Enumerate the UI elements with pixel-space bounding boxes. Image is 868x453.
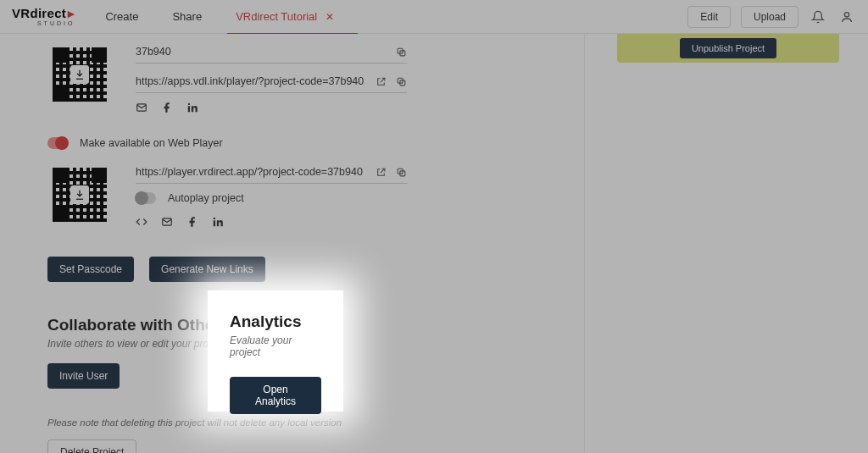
copy-icon[interactable] xyxy=(395,75,407,87)
tab-tutorial[interactable]: VRdirect Tutorial ✕ xyxy=(236,0,334,34)
unpublish-button[interactable]: Unpublish Project xyxy=(680,38,776,58)
web-link-field: https://player.vrdirect.app/?project-cod… xyxy=(136,163,407,184)
tab-create[interactable]: Create xyxy=(105,0,138,34)
bell-icon[interactable] xyxy=(809,8,827,26)
set-passcode-button[interactable]: Set Passcode xyxy=(47,257,134,282)
app-link-value: https://apps.vdl.ink/player/?project-cod… xyxy=(136,75,364,87)
web-player-toggle-row: Make available on Web Player xyxy=(47,137,584,149)
qr-code-app[interactable] xyxy=(47,42,112,107)
user-icon[interactable] xyxy=(837,8,856,26)
autoplay-toggle-row: Autoplay project xyxy=(136,192,407,204)
qr-code-web[interactable] xyxy=(47,163,112,227)
web-link-value: https://player.vrdirect.app/?project-cod… xyxy=(136,166,363,178)
unpublish-bar: Unpublish Project xyxy=(617,34,839,63)
tab-tutorial-label: VRdirect Tutorial xyxy=(236,10,317,23)
download-icon[interactable] xyxy=(70,65,89,84)
tab-share[interactable]: Share xyxy=(172,0,202,34)
mail-icon[interactable] xyxy=(161,216,173,228)
header-left: VRdirect ▸ STUDIO Create Share VRdirect … xyxy=(12,0,334,34)
social-row-app xyxy=(136,102,407,113)
passcode-button-row: Set Passcode Generate New Links xyxy=(47,257,584,282)
body: 37b940 https://apps.vdl.ink/player/?proj… xyxy=(0,34,868,453)
upload-button[interactable]: Upload xyxy=(741,6,798,28)
tab-share-label: Share xyxy=(172,10,202,23)
web-player-toggle[interactable] xyxy=(47,137,68,149)
autoplay-toggle-label: Autoplay project xyxy=(168,192,244,204)
download-icon[interactable] xyxy=(70,185,89,204)
project-code-value: 37b940 xyxy=(136,46,171,58)
open-external-icon[interactable] xyxy=(375,166,387,178)
autoplay-toggle[interactable] xyxy=(136,192,156,204)
app-link-field: https://apps.vdl.ink/player/?project-cod… xyxy=(136,72,407,93)
tab-create-label: Create xyxy=(105,10,138,23)
analytics-card: Analytics Evaluate your project Open Ana… xyxy=(208,290,343,412)
tabs: Create Share VRdirect Tutorial ✕ xyxy=(105,0,334,34)
web-link-block: https://player.vrdirect.app/?project-cod… xyxy=(47,163,584,228)
open-external-icon[interactable] xyxy=(375,75,387,87)
social-row-web xyxy=(136,216,407,228)
open-analytics-button[interactable]: Open Analytics xyxy=(230,377,321,414)
linkedin-icon[interactable] xyxy=(212,216,224,228)
web-player-toggle-label: Make available on Web Player xyxy=(80,137,223,149)
svg-point-12 xyxy=(214,218,215,219)
copy-icon[interactable] xyxy=(395,46,407,58)
embed-icon[interactable] xyxy=(136,216,147,228)
delete-project-button[interactable]: Delete Project xyxy=(47,439,136,453)
header-right: Edit Upload xyxy=(687,6,856,28)
logo-text: VRdirect xyxy=(12,7,66,19)
facebook-icon[interactable] xyxy=(161,102,173,113)
project-code-field: 37b940 xyxy=(136,42,407,64)
generate-links-button[interactable]: Generate New Links xyxy=(149,257,265,282)
mail-icon[interactable] xyxy=(136,102,147,113)
svg-rect-11 xyxy=(214,220,215,226)
delete-note: Please note that deleting this project w… xyxy=(47,417,584,428)
logo-accent-icon: ▸ xyxy=(68,7,75,19)
invite-user-button[interactable]: Invite User xyxy=(47,363,120,389)
svg-rect-6 xyxy=(188,106,190,112)
svg-point-0 xyxy=(844,12,849,16)
close-icon[interactable]: ✕ xyxy=(326,11,334,23)
edit-button[interactable]: Edit xyxy=(687,6,731,28)
svg-point-7 xyxy=(188,103,190,105)
facebook-icon[interactable] xyxy=(186,216,198,228)
copy-icon[interactable] xyxy=(395,166,407,178)
logo-subtext: STUDIO xyxy=(12,20,75,26)
header: VRdirect ▸ STUDIO Create Share VRdirect … xyxy=(0,0,868,34)
linkedin-icon[interactable] xyxy=(186,102,198,113)
analytics-title: Analytics xyxy=(230,312,321,331)
app-link-block: 37b940 https://apps.vdl.ink/player/?proj… xyxy=(47,42,584,113)
logo[interactable]: VRdirect ▸ STUDIO xyxy=(12,7,75,26)
analytics-subtitle: Evaluate your project xyxy=(230,334,321,358)
side-column: Unpublish Project xyxy=(617,34,839,63)
